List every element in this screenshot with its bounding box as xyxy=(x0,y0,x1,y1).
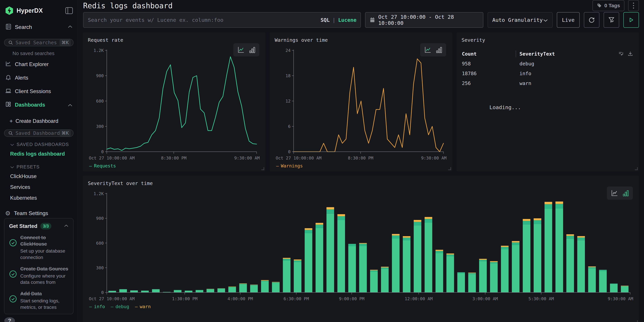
tags-button[interactable]: 0 Tags xyxy=(592,0,624,11)
column-header-count[interactable]: Count xyxy=(462,51,516,57)
svg-text:18: 18 xyxy=(286,73,290,78)
step-title: Connect to ClickHouse xyxy=(20,234,68,247)
cell-severity: debug xyxy=(516,61,634,66)
saved-dashboards-field[interactable] xyxy=(16,130,60,136)
sidebar-item-client-sessions[interactable]: Client Sessions xyxy=(0,85,78,98)
svg-text:0: 0 xyxy=(288,149,290,154)
legend-item-info[interactable]: —info xyxy=(89,304,105,309)
brand-name: HyperDX xyxy=(16,7,66,14)
sidebar-item-team-settings[interactable]: ⚙ Team Settings xyxy=(0,204,78,218)
chart-line-icon xyxy=(5,60,12,68)
check-circle-icon xyxy=(9,290,17,310)
sidebar-item-kubernetes[interactable]: Kubernetes xyxy=(0,192,78,204)
saved-dashboards-input[interactable]: ⌘K xyxy=(4,130,74,137)
svg-text:9:30:00 AM: 9:30:00 AM xyxy=(234,156,260,160)
dashboard-menu-button[interactable] xyxy=(628,0,639,11)
sidebar-search-label: Search xyxy=(15,24,65,30)
download-icon[interactable] xyxy=(628,51,633,58)
query-language-toggle: SQL | Lucene xyxy=(320,12,356,28)
panel-warnings-over-time: Warnings over time 06121824Oct 27 10:00:… xyxy=(270,32,452,171)
table-row[interactable]: 256 warn xyxy=(462,78,634,88)
sidebar-collapse-icon[interactable] xyxy=(66,7,73,14)
svg-text:1.2K: 1.2K xyxy=(94,191,104,196)
chevron-up-icon[interactable] xyxy=(64,224,68,228)
line-chart-icon[interactable] xyxy=(424,46,432,54)
line-chart-icon[interactable] xyxy=(610,189,618,197)
gear-icon: ⚙ xyxy=(5,210,10,216)
get-started-title: Get Started xyxy=(9,223,37,229)
sidebar-item-chart-explorer[interactable]: Chart Explorer xyxy=(0,58,78,71)
tag-icon xyxy=(597,3,602,8)
create-dashboard-button[interactable]: + Create Dashboard xyxy=(0,113,78,125)
request-rate-chart[interactable]: 03006009001.2KOct 27 10:00:00 AM8:30:00 … xyxy=(88,47,260,162)
event-search-input[interactable] xyxy=(83,12,361,28)
column-resize-handle[interactable] xyxy=(516,51,516,57)
saved-searches-field[interactable] xyxy=(16,40,60,46)
sidebar-item-services[interactable]: Services xyxy=(0,182,78,192)
group-label: SAVED DASHBOARDS xyxy=(16,142,69,147)
svg-text:24: 24 xyxy=(286,48,290,53)
lucene-mode-button[interactable]: Lucene xyxy=(338,17,356,23)
filter-button[interactable] xyxy=(604,12,619,28)
presets-group-toggle[interactable]: PRESETS xyxy=(0,159,78,171)
chart-type-toggle xyxy=(420,43,446,56)
saved-dashboards-group-toggle[interactable]: SAVED DASHBOARDS xyxy=(0,137,78,148)
chart-legend: —info—debug—warn xyxy=(88,304,634,309)
step-desc: Set up your database connection xyxy=(20,248,68,261)
legend-item-warn[interactable]: —warn xyxy=(135,304,151,309)
run-query-button[interactable] xyxy=(624,12,639,28)
sql-mode-button[interactable]: SQL xyxy=(320,17,330,23)
severity-table-header: Count SeverityText xyxy=(462,49,634,59)
line-chart-icon[interactable] xyxy=(237,46,245,54)
svg-text:600: 600 xyxy=(96,99,104,104)
get-started-progress-badge: 3/3 xyxy=(40,223,51,230)
granularity-value: Auto Granularity xyxy=(492,17,543,23)
legend-item-Warnings[interactable]: —Warnings xyxy=(276,163,303,168)
chart-legend: —Requests xyxy=(88,163,260,168)
sidebar-item-dashboards[interactable]: Dashboards xyxy=(0,98,78,112)
sidebar-item-redis-logs-dashboard[interactable]: Redis logs dashboard xyxy=(0,148,78,159)
date-range-picker[interactable]: Oct 27 10:00:00 - Oct 28 10:00:00 xyxy=(365,12,483,28)
refresh-button[interactable] xyxy=(584,12,600,28)
live-button[interactable]: Live xyxy=(557,12,580,28)
warnings-chart[interactable]: 06121824Oct 27 10:00:00 AM8:30:00 PM9:30… xyxy=(275,47,447,162)
mode-separator: | xyxy=(332,17,336,23)
row-expand-icon[interactable] xyxy=(618,51,624,58)
sidebar-item-alerts[interactable]: Alerts xyxy=(0,71,78,85)
svg-text:1:30:00 PM: 1:30:00 PM xyxy=(172,296,198,301)
plus-icon: + xyxy=(10,118,13,124)
bar-chart-icon[interactable] xyxy=(249,46,256,54)
column-header-severitytext[interactable]: SeverityText xyxy=(520,51,555,57)
main-content: Redis logs dashboard 0 Tags SQL | Lucene xyxy=(78,0,644,322)
sidebar-item-clickhouse[interactable]: ClickHouse xyxy=(0,171,78,182)
help-button[interactable]: ? xyxy=(4,317,15,322)
granularity-select[interactable]: Auto Granularity xyxy=(488,12,552,28)
get-started-step-sources[interactable]: Create Data Sources Configure where your… xyxy=(9,266,68,286)
svg-text:Oct 27 10:00:00 AM: Oct 27 10:00:00 AM xyxy=(89,156,135,160)
svg-text:600: 600 xyxy=(96,241,104,246)
table-row[interactable]: 18786 info xyxy=(462,68,634,78)
chevron-down-icon xyxy=(543,17,548,23)
chevron-down-icon xyxy=(10,142,14,147)
hyperdx-logo-icon xyxy=(5,6,14,15)
svg-text:12: 12 xyxy=(286,99,290,104)
journal-log-icon xyxy=(5,23,12,31)
get-started-step-connect[interactable]: Connect to ClickHouse Set up your databa… xyxy=(9,234,68,261)
svg-text:0: 0 xyxy=(101,149,104,154)
legend-item-Requests[interactable]: —Requests xyxy=(89,163,116,168)
chevron-up-icon xyxy=(68,25,72,29)
sidebar: HyperDX Search ⌘K No saved searches xyxy=(0,0,78,322)
bar-chart-icon[interactable] xyxy=(436,46,442,54)
kebab-menu-icon xyxy=(633,2,634,9)
table-row[interactable]: 958 debug xyxy=(462,59,634,68)
saved-searches-input[interactable]: ⌘K xyxy=(4,39,74,46)
refresh-icon xyxy=(588,16,595,24)
create-dashboard-label: Create Dashboard xyxy=(16,118,58,124)
get-started-step-add-data[interactable]: Add Data Start sending logs, metrics, or… xyxy=(9,290,68,310)
chart-type-toggle xyxy=(233,43,259,56)
severitytext-bar-chart[interactable]: 03006009001.2KOct 27 10:00:00 AM1:30:00 … xyxy=(88,190,634,302)
bar-chart-icon[interactable] xyxy=(622,189,629,197)
sidebar-section-search[interactable]: Search xyxy=(0,20,78,34)
legend-item-debug[interactable]: —debug xyxy=(111,304,129,309)
svg-text:0: 0 xyxy=(101,290,104,295)
